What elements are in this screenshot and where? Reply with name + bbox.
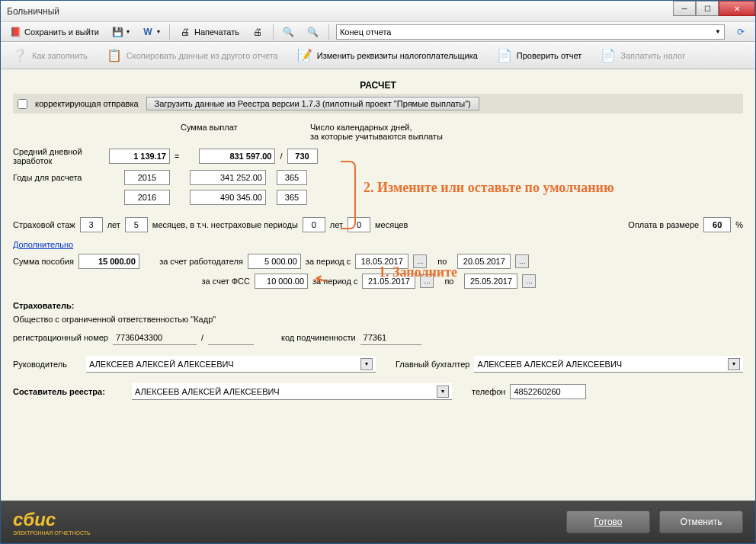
copy-data-button[interactable]: 📋 Скопировать данные из другого отчета (100, 44, 284, 67)
cancel-button[interactable]: Отменить (659, 510, 743, 533)
non-ins-months[interactable] (348, 217, 370, 232)
benefit-total[interactable] (78, 254, 139, 269)
change-requisites-button[interactable]: 📝 Изменить реквизиты налогоплательщика (290, 44, 484, 67)
section-title: РАСЧЕТ (13, 77, 743, 94)
copy-icon: 📋 (106, 47, 123, 64)
ready-button[interactable]: Готово (566, 510, 650, 533)
non-ins-years[interactable] (303, 217, 325, 232)
word-button[interactable]: W▾ (136, 24, 165, 40)
calc-area: Сумма выплат Число календарных дней, за … (13, 123, 743, 289)
footer: сбис ЭЛЕКТРОННАЯ ОТЧЕТНОСТЬ Готово Отмен… (1, 501, 755, 543)
year-1-days[interactable] (277, 190, 307, 205)
author-combo[interactable]: АЛЕКСЕЕВ АЛЕКСЕЙ АЛЕКСЕЕВИЧ ▾ (132, 383, 452, 400)
employer-amount[interactable] (248, 254, 301, 269)
year-0-sum[interactable] (190, 170, 266, 185)
save-button[interactable]: 💾▾ (106, 24, 135, 40)
sub-code[interactable] (360, 330, 421, 345)
chevron-down-icon[interactable]: ▾ (437, 386, 449, 398)
phone-input[interactable] (510, 384, 586, 399)
emp-date-to[interactable] (457, 254, 511, 269)
year-0-days[interactable] (277, 170, 307, 185)
help-icon: ❔ (11, 47, 28, 64)
correcting-checkbox[interactable] (18, 99, 27, 109)
fss-date-from[interactable] (362, 274, 415, 289)
logo-subtitle: ЭЛЕКТРОННАЯ ОТЧЕТНОСТЬ (13, 530, 91, 536)
zoom-out-icon: 🔍 (307, 26, 319, 38)
print-gear-icon: 🖨 (251, 26, 264, 38)
calendar-icon[interactable]: … (413, 254, 427, 268)
emp-date-from[interactable] (355, 254, 408, 269)
content-area: РАСЧЕТ корректирующая отправка Загрузить… (1, 69, 755, 501)
total-days[interactable] (287, 149, 318, 164)
calendar-icon[interactable]: … (420, 274, 434, 288)
insurer-title: Страхователь: (13, 301, 743, 310)
zoom-out-button[interactable]: 🔍 (302, 24, 325, 40)
disk-icon: 💾 (111, 26, 123, 38)
chevron-down-icon[interactable]: ▾ (728, 358, 740, 370)
maximize-button[interactable]: ☐ (696, 1, 719, 16)
accountant-combo[interactable]: АЛЕКСЕЕВ АЛЕКСЕЙ АЛЕКСЕЕВИЧ ▾ (474, 356, 743, 373)
header-sum: Сумма выплат (181, 123, 272, 141)
head-combo[interactable]: АЛЕКСЕЕВ АЛЕКСЕЙ АЛЕКСЕЕВИЧ ▾ (86, 356, 376, 373)
insurer-name: Общество с ограниченной ответственностью… (13, 315, 743, 324)
load-registry-button[interactable]: Загрузить данные из Реестра версии 1.7.3… (146, 97, 479, 110)
fss-date-to[interactable] (464, 274, 517, 289)
close-button[interactable]: ✕ (719, 1, 755, 16)
pay-percent[interactable] (703, 217, 731, 232)
window-title: Больничный (7, 6, 59, 17)
save-exit-icon: 📕 (9, 26, 21, 38)
how-fill-button[interactable]: ❔ Как заполнить (5, 44, 94, 67)
printer-icon: 🖨 (179, 26, 191, 38)
benefit-label: Сумма пособия (13, 257, 74, 266)
year-1-sum[interactable] (190, 190, 266, 205)
correcting-row: корректирующая отправка Загрузить данные… (13, 94, 743, 114)
app-window: Больничный ─ ☐ ✕ 📕 Сохранить и выйти 💾▾ … (0, 0, 756, 544)
chevron-down-icon[interactable]: ▾ (360, 358, 373, 370)
total-sum[interactable] (199, 149, 275, 164)
years-label: Годы для расчета (13, 173, 104, 182)
save-exit-button[interactable]: 📕 Сохранить и выйти (4, 24, 104, 40)
pay-icon: 📄 (600, 47, 617, 64)
calendar-icon[interactable]: … (522, 274, 536, 288)
edit-icon: 📝 (296, 47, 313, 64)
word-icon: W (142, 26, 154, 38)
minimize-button[interactable]: ─ (673, 1, 696, 16)
calendar-icon[interactable]: … (515, 254, 529, 268)
fss-amount[interactable] (255, 274, 308, 289)
year-0[interactable] (124, 170, 170, 185)
reg-number[interactable] (113, 330, 197, 345)
print-setup-button[interactable]: 🖨 (246, 24, 269, 40)
logo: сбис (13, 509, 56, 530)
reg-number-2[interactable] (208, 330, 254, 345)
ins-months[interactable] (125, 217, 148, 232)
zoom-in-button[interactable]: 🔍 (277, 24, 300, 40)
pay-label: Оплата в размере (628, 220, 699, 229)
toolbar-actions: ❔ Как заполнить 📋 Скопировать данные из … (1, 42, 755, 69)
print-button[interactable]: 🖨 Напечатать (174, 24, 245, 40)
zoom-in-icon: 🔍 (283, 26, 295, 38)
nav-dropdown[interactable]: Конец отчета ▼ (336, 24, 725, 40)
check-icon: 📄 (496, 47, 513, 64)
refresh-icon: ⟳ (735, 26, 747, 38)
avg-daily-label: Средний дневной заработок (13, 147, 104, 165)
chevron-down-icon: ▼ (715, 28, 721, 35)
year-1[interactable] (124, 190, 170, 205)
correcting-label: корректирующая отправка (35, 99, 139, 108)
avg-daily-value[interactable] (109, 149, 170, 164)
pay-tax-button[interactable]: 📄 Заплатить налог (594, 44, 691, 67)
insurance-label: Страховой стаж (13, 220, 75, 229)
toolbar-main: 📕 Сохранить и выйти 💾▾ W▾ 🖨 Напечатать 🖨… (1, 22, 755, 42)
check-report-button[interactable]: 📄 Проверить отчет (490, 44, 588, 67)
titlebar: Больничный ─ ☐ ✕ (1, 1, 755, 22)
header-days: Число календарных дней, за которые учиты… (310, 123, 443, 141)
refresh-button[interactable]: ⟳ (729, 24, 752, 40)
additional-link[interactable]: Дополнительно (13, 240, 73, 249)
ins-years[interactable] (80, 217, 103, 232)
